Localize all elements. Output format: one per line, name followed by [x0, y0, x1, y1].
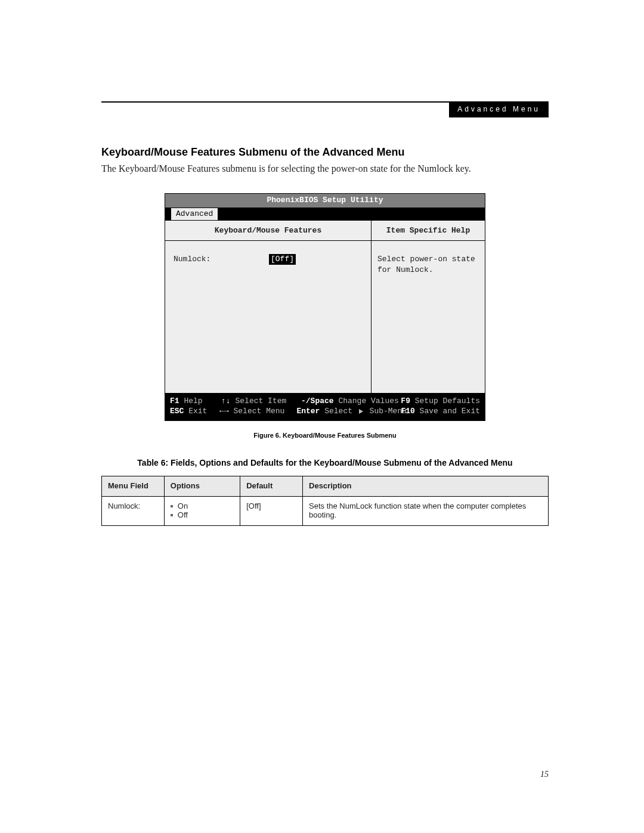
option-item: On — [171, 501, 234, 510]
bios-key-enter: Enter — [296, 407, 320, 416]
table-heading: Table 6: Fields, Options and Defaults fo… — [101, 458, 549, 467]
bios-footer: F1 Help ↑↓ Select Item -/Space Change Va… — [165, 393, 485, 420]
subsection-heading: Keyboard/Mouse Features Submenu of the A… — [101, 146, 549, 159]
bios-screenshot: PhoenixBIOS Setup Utility Advanced Keybo… — [165, 193, 485, 421]
bios-left-title: Keyboard/Mouse Features — [165, 221, 371, 241]
td-options: On Off — [164, 497, 240, 526]
bios-key-f9: F9 — [401, 397, 410, 405]
options-table: Menu Field Options Default Description N… — [101, 476, 549, 526]
bios-key-label: Select — [320, 407, 357, 416]
bios-key-f1: F1 — [170, 397, 179, 405]
th-options: Options — [164, 476, 240, 497]
page-number: 15 — [540, 770, 549, 779]
bios-left-pane: Keyboard/Mouse Features Numlock: [Off] — [165, 221, 371, 393]
bios-tab-bar: Advanced — [165, 208, 485, 220]
bios-key-label: Setup Defaults — [410, 397, 480, 405]
bios-key-minus-space: -/Space — [301, 397, 334, 405]
option-item: Off — [171, 510, 234, 519]
bios-help-text: Select power-on state for Numlock. — [371, 241, 485, 281]
td-menu-field: Numlock: — [102, 497, 165, 526]
td-default: [Off] — [240, 497, 303, 526]
bios-key-label: Save and Exit — [415, 407, 480, 416]
td-description: Sets the NumLock function state when the… — [303, 497, 549, 526]
bios-right-pane: Item Specific Help Select power-on state… — [371, 221, 485, 393]
bios-key-label: Select Menu — [229, 407, 285, 416]
section-badge: Advanced Menu — [449, 101, 549, 117]
bios-key-label: Help — [179, 397, 203, 405]
bios-right-title: Item Specific Help — [371, 221, 485, 241]
th-description: Description — [303, 476, 549, 497]
table-row: Numlock: On Off [Off] Sets the NumLock f… — [102, 497, 549, 526]
bios-help-line: for Numlock. — [377, 265, 479, 275]
bios-key-esc: ESC — [170, 407, 184, 416]
bios-key-f10: F10 — [401, 407, 414, 416]
triangle-right-icon — [359, 409, 363, 414]
bios-key-updown: ↑↓ — [221, 397, 231, 405]
bios-field-numlock: Numlock: [Off] — [174, 254, 363, 265]
th-default: Default — [240, 476, 303, 497]
bios-key-label: Exit — [184, 407, 207, 416]
bios-field-value: [Off] — [269, 254, 296, 265]
bios-key-label: Select Item — [231, 397, 287, 405]
bios-title-bar: PhoenixBIOS Setup Utility — [165, 194, 485, 208]
bios-tab-advanced: Advanced — [171, 208, 218, 220]
bios-field-label: Numlock: — [174, 254, 263, 265]
intro-paragraph: The Keyboard/Mouse Features submenu is f… — [101, 162, 549, 175]
figure-caption: Figure 6. Keyboard/Mouse Features Submen… — [101, 432, 549, 439]
th-menu-field: Menu Field — [102, 476, 165, 497]
bios-key-leftright: ←→ — [219, 407, 229, 416]
bios-key-label: Change Values — [334, 397, 399, 405]
bios-help-line: Select power-on state — [377, 254, 479, 265]
